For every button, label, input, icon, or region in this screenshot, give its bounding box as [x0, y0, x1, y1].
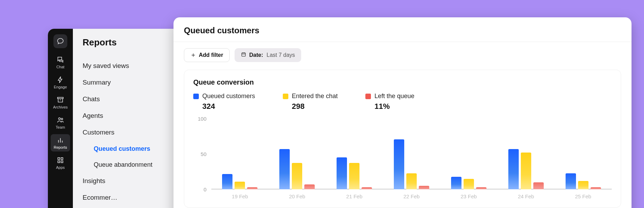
panel-saved-views-label: My saved views	[83, 62, 129, 70]
panel-saved-views[interactable]: My saved views	[83, 58, 181, 74]
report-card: Queued customers Add filter Date: Last 7…	[173, 17, 632, 208]
nav-label: Engage	[54, 85, 67, 89]
bar	[337, 157, 347, 189]
legend-label: Entered the chat	[292, 93, 338, 100]
bar	[533, 182, 544, 189]
bolt-icon	[57, 76, 64, 84]
panel-section-chats[interactable]: Chats	[83, 91, 181, 107]
x-tick: 23 Feb	[440, 191, 497, 202]
nav-item-reports[interactable]: Reports	[51, 134, 70, 151]
svg-point-2	[61, 118, 62, 120]
svg-rect-0	[58, 97, 63, 99]
team-icon	[57, 116, 64, 124]
legend-value: 324	[202, 102, 255, 111]
legend-swatch	[365, 94, 371, 99]
bar-group	[383, 119, 440, 189]
grid-icon	[57, 156, 64, 164]
archive-icon	[57, 96, 64, 104]
divider	[173, 42, 632, 42]
panel-section-summary[interactable]: Summary	[83, 74, 181, 91]
legend-item: Entered the chat298	[283, 93, 338, 111]
svg-rect-4	[61, 158, 63, 160]
svg-rect-3	[58, 158, 60, 160]
nav-item-chat[interactable]: Chat	[51, 54, 70, 71]
nav-label: Chat	[56, 65, 64, 69]
nav-item-archives[interactable]: Archives	[51, 94, 70, 111]
nav-item-apps[interactable]: Apps	[51, 154, 70, 172]
svg-rect-6	[61, 161, 63, 163]
bar	[521, 153, 531, 189]
panel-section-label: Agents	[83, 112, 103, 120]
date-filter-value: Last 7 days	[266, 52, 295, 58]
bar-group	[440, 119, 497, 189]
bubble-icon	[56, 37, 65, 46]
x-tick: 21 Feb	[326, 191, 383, 202]
bar	[476, 187, 486, 189]
panel-section-insights[interactable]: Insights	[83, 173, 181, 189]
calendar-icon	[241, 52, 246, 59]
nav-item-logo[interactable]	[53, 34, 67, 48]
bar	[508, 149, 519, 189]
bar	[566, 173, 576, 189]
svg-point-1	[59, 118, 61, 120]
x-tick: 19 Feb	[211, 191, 269, 202]
x-tick: 22 Feb	[383, 191, 440, 202]
chart-area: 100500 19 Feb20 Feb21 Feb22 Feb23 Feb24 …	[184, 119, 621, 202]
bar	[279, 149, 290, 189]
bar-group	[497, 119, 554, 189]
bar	[292, 163, 302, 189]
panel-section-agents[interactable]: Agents	[83, 107, 181, 124]
panel-section-customers[interactable]: Customers	[83, 124, 181, 141]
nav-rail: ChatEngageArchivesTeamReportsApps	[48, 29, 73, 208]
legend-row: Queued customers324Entered the chat298Le…	[184, 93, 621, 119]
nav-item-engage[interactable]: Engage	[51, 74, 70, 91]
reports-panel: Reports My saved views SummaryChatsAgent…	[73, 29, 191, 208]
panel-section-ecommer-[interactable]: Ecommer…	[83, 189, 181, 206]
legend-swatch	[193, 94, 199, 99]
legend-label: Queued customers	[202, 93, 255, 100]
panel-subitem-queued-customers[interactable]: Queued customers	[83, 141, 181, 157]
report-title: Queued customers	[173, 17, 632, 42]
chat-icon	[57, 56, 64, 63]
bar	[591, 187, 601, 189]
panel-section-label: Chats	[83, 95, 100, 103]
nav-item-team[interactable]: Team	[51, 114, 70, 131]
bar	[222, 174, 232, 189]
panel-section-label: Insights	[83, 177, 105, 185]
bar	[451, 177, 461, 189]
bars-icon	[57, 136, 64, 144]
date-filter-prefix: Date:	[249, 52, 263, 58]
plus-icon	[190, 52, 196, 58]
legend-value: 298	[292, 102, 338, 111]
bar-group	[554, 119, 612, 189]
panel-section-label: Summary	[83, 79, 111, 86]
bar	[406, 173, 417, 189]
legend-item: Left the queue11%	[365, 93, 414, 111]
filter-bar: Add filter Date: Last 7 days	[173, 48, 632, 70]
add-filter-label: Add filter	[199, 52, 223, 58]
add-filter-button[interactable]: Add filter	[184, 48, 230, 62]
svg-rect-7	[242, 53, 246, 56]
date-filter-chip[interactable]: Date: Last 7 days	[235, 48, 301, 62]
nav-label: Reports	[54, 145, 67, 149]
panel-subitem-queue-abandonment[interactable]: Queue abandonment	[83, 157, 181, 173]
panel-section-label: Ecommer…	[83, 194, 117, 201]
y-axis: 100500	[193, 119, 209, 189]
svg-rect-5	[58, 161, 60, 163]
bar	[235, 182, 245, 189]
legend-label: Left the queue	[374, 93, 414, 100]
bar	[394, 139, 404, 189]
nav-label: Team	[56, 125, 65, 129]
bar	[304, 184, 315, 189]
chart-title: Queue conversion	[184, 78, 621, 93]
chart-plot	[211, 119, 612, 189]
bar	[362, 187, 372, 189]
x-tick: 20 Feb	[269, 191, 326, 202]
bar	[464, 179, 474, 189]
x-axis: 19 Feb20 Feb21 Feb22 Feb23 Feb24 Feb25 F…	[211, 191, 612, 202]
bar-group	[269, 119, 326, 189]
legend-value: 11%	[374, 102, 414, 111]
bar-group	[326, 119, 383, 189]
nav-label: Archives	[53, 105, 68, 109]
legend-item: Queued customers324	[193, 93, 255, 111]
